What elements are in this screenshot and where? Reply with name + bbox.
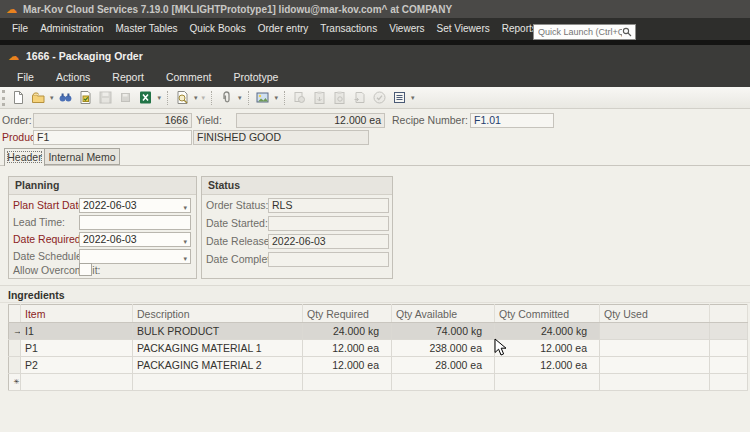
cell-qty-committed[interactable]: 24.000 kg xyxy=(495,323,600,340)
table-row[interactable]: P2 PACKAGING MATERIAL 2 12.000 ea 28.000… xyxy=(9,357,748,374)
paste-clipboard-icon[interactable] xyxy=(310,89,328,107)
menu-master-tables[interactable]: Master Tables xyxy=(111,18,181,40)
cell-description[interactable] xyxy=(133,374,303,391)
col-qty-available[interactable]: Qty Available xyxy=(392,305,495,323)
date-scheduled-dropdown[interactable] xyxy=(79,249,191,264)
date-completed-field[interactable] xyxy=(268,252,389,267)
cell-item[interactable]: I1 xyxy=(21,323,133,340)
menu-set-viewers[interactable]: Set Viewers xyxy=(433,18,494,40)
approve-check-icon[interactable] xyxy=(370,89,388,107)
menu-order-entry[interactable]: Order entry xyxy=(254,18,313,40)
excel-export-icon[interactable] xyxy=(137,89,155,107)
cell-blank[interactable] xyxy=(710,374,748,391)
print-dropdown-caret[interactable] xyxy=(202,94,206,102)
winmenu-actions[interactable]: Actions xyxy=(48,67,98,87)
image-dropdown-caret[interactable] xyxy=(275,94,279,102)
cell-qty-used[interactable] xyxy=(600,340,710,357)
product-field[interactable]: F1 xyxy=(33,130,192,145)
cell-description[interactable]: PACKAGING MATERIAL 2 xyxy=(133,357,303,374)
col-description[interactable]: Description xyxy=(133,305,303,323)
order-field[interactable]: 1666 xyxy=(33,113,192,128)
cell-qty-required[interactable]: 12.000 ea xyxy=(303,357,392,374)
open-folder-icon[interactable] xyxy=(29,89,47,107)
winmenu-file[interactable]: File xyxy=(9,67,42,87)
plan-start-date-dropdown[interactable]: 2022-06-03 xyxy=(79,198,191,213)
allow-overcommit-checkbox[interactable] xyxy=(79,263,92,276)
product-description-field[interactable]: FINISHED GOOD xyxy=(193,130,369,145)
row-marker xyxy=(9,357,21,374)
cell-blank[interactable] xyxy=(710,357,748,374)
print-preview-icon[interactable] xyxy=(173,89,191,107)
chevron-down-icon[interactable] xyxy=(183,235,187,248)
attachment-paperclip-icon[interactable] xyxy=(217,89,235,107)
cell-qty-committed[interactable] xyxy=(495,374,600,391)
lead-time-input[interactable] xyxy=(79,215,191,230)
insert-image-icon[interactable] xyxy=(254,89,272,107)
ingredients-table: Item Description Qty Required Qty Availa… xyxy=(8,304,748,391)
date-started-field[interactable] xyxy=(268,216,389,231)
date-released-field[interactable]: 2022-06-03 xyxy=(268,234,389,249)
cell-qty-used[interactable] xyxy=(600,374,710,391)
winmenu-prototype[interactable]: Prototype xyxy=(225,67,286,87)
cell-qty-available[interactable]: 28.000 ea xyxy=(392,357,495,374)
winmenu-report[interactable]: Report xyxy=(104,67,152,87)
cell-qty-available[interactable]: 238.000 ea xyxy=(392,340,495,357)
col-qty-used[interactable]: Qty Used xyxy=(600,305,710,323)
menu-file[interactable]: File xyxy=(8,18,32,40)
send-document-icon[interactable] xyxy=(350,89,368,107)
winmenu-comment[interactable]: Comment xyxy=(158,67,220,87)
table-row[interactable]: P1 PACKAGING MATERIAL 1 12.000 ea 238.00… xyxy=(9,340,748,357)
cell-description[interactable]: BULK PRODUCT xyxy=(133,323,303,340)
find-binoculars-icon[interactable] xyxy=(57,89,75,107)
attachment-dropdown-caret[interactable] xyxy=(238,94,242,102)
print-preview-dropdown-caret[interactable] xyxy=(194,94,198,102)
cell-blank[interactable] xyxy=(710,340,748,357)
menu-viewers[interactable]: Viewers xyxy=(385,18,428,40)
properties-list-icon[interactable] xyxy=(390,89,408,107)
cell-qty-required[interactable]: 24.000 kg xyxy=(303,323,392,340)
save-small-icon[interactable] xyxy=(117,89,135,107)
properties-dropdown-caret[interactable] xyxy=(411,94,415,102)
chevron-down-icon[interactable] xyxy=(183,201,187,214)
table-row[interactable]: → I1 BULK PRODUCT 24.000 kg 74.000 kg 24… xyxy=(9,323,748,340)
order-status-field[interactable]: RLS xyxy=(268,198,389,213)
cell-item[interactable]: P2 xyxy=(21,357,133,374)
cell-qty-available[interactable] xyxy=(392,374,495,391)
menu-transactions[interactable]: Transactions xyxy=(316,18,381,40)
cell-qty-required[interactable]: 12.000 ea xyxy=(303,340,392,357)
cell-item[interactable] xyxy=(21,374,133,391)
cell-qty-committed[interactable]: 12.000 ea xyxy=(495,357,600,374)
date-required-dropdown[interactable]: 2022-06-03 xyxy=(79,232,191,247)
new-document-icon[interactable] xyxy=(9,89,27,107)
col-qty-required[interactable]: Qty Required xyxy=(303,305,392,323)
cell-qty-used[interactable] xyxy=(600,357,710,374)
cell-qty-used[interactable] xyxy=(600,323,710,340)
col-qty-committed[interactable]: Qty Committed xyxy=(495,305,600,323)
tab-header[interactable]: Header xyxy=(4,148,45,166)
yield-field[interactable]: 12.000 ea xyxy=(236,113,385,128)
recipe-number-field[interactable]: F1.01 xyxy=(470,113,554,128)
yield-label: Yield: xyxy=(196,113,222,128)
cell-qty-committed[interactable]: 12.000 ea xyxy=(495,340,600,357)
cell-description[interactable]: PACKAGING MATERIAL 1 xyxy=(133,340,303,357)
open-dropdown-caret[interactable] xyxy=(50,94,54,102)
copy-icon[interactable] xyxy=(290,89,308,107)
quick-launch-box[interactable] xyxy=(533,24,636,40)
menu-quick-books[interactable]: Quick Books xyxy=(186,18,250,40)
main-menubar: File Administration Master Tables Quick … xyxy=(0,18,750,40)
chevron-down-icon[interactable] xyxy=(183,252,187,265)
cell-qty-required[interactable] xyxy=(303,374,392,391)
clipboard-find-icon[interactable] xyxy=(330,89,348,107)
search-icon xyxy=(622,27,632,37)
excel-dropdown-caret[interactable] xyxy=(158,94,162,102)
cell-blank[interactable] xyxy=(710,323,748,340)
cell-qty-available[interactable]: 74.000 kg xyxy=(392,323,495,340)
quick-launch-input[interactable] xyxy=(534,27,622,37)
cell-item[interactable]: P1 xyxy=(21,340,133,357)
verify-document-icon[interactable] xyxy=(77,89,95,107)
new-row[interactable]: ✳ xyxy=(9,374,748,391)
col-item[interactable]: Item xyxy=(21,305,133,323)
menu-administration[interactable]: Administration xyxy=(36,18,107,40)
save-icon[interactable] xyxy=(97,89,115,107)
tab-internal-memo[interactable]: Internal Memo xyxy=(45,148,120,165)
